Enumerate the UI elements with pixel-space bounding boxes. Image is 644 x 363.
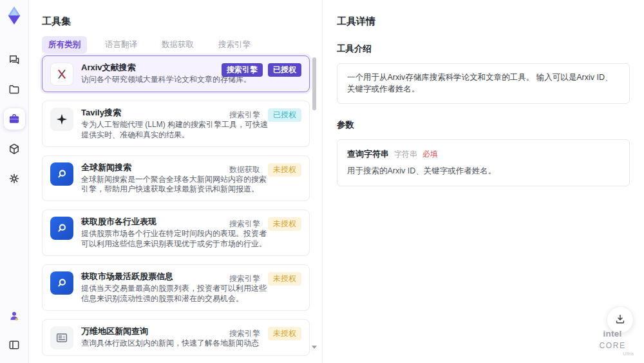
user-avatar-icon	[8, 309, 21, 322]
stock-search-icon	[50, 271, 73, 295]
news-search-icon	[50, 162, 73, 186]
nav-rail	[0, 0, 29, 363]
tab-language-translation[interactable]: 语言翻译	[99, 36, 144, 54]
tab-data-acquisition[interactable]: 数据获取	[155, 36, 200, 54]
tool-badges: 数据获取 未授权	[229, 163, 301, 177]
tool-card-active-stocks[interactable]: 获取市场最活跃股票信息 提供当天交易量最高的股票列表，投资者可以利用这些信息来识…	[42, 264, 310, 311]
auth-status-badge: 未授权	[268, 327, 301, 340]
gear-icon	[8, 172, 21, 185]
app-logo[interactable]	[4, 5, 24, 26]
rail-nav	[4, 49, 25, 189]
tool-description: 专为人工智能代理 (LLM) 构建的搜索引擎工具，可快速提供实时、准确和真实的结…	[81, 120, 269, 141]
tool-card-global-news[interactable]: 全球新闻搜索 全球新闻搜索是一个聚合全球各大新闻网站内容的搜索引擎，帮助用户快速…	[42, 155, 310, 202]
panel-toggle-icon	[8, 338, 21, 351]
tool-card-list: Arxiv文献搜索 访问各个研究领域大量科学论文和文章的存储库。 搜索引擎 已授…	[42, 55, 310, 356]
scrollbar-thumb[interactable]	[312, 57, 316, 110]
tab-search-engine[interactable]: 搜索引擎	[212, 36, 257, 54]
detail-title: 工具详情	[337, 15, 644, 28]
category-label: 搜索引擎	[229, 328, 260, 339]
tool-badges: 搜索引擎 已授权	[229, 108, 301, 122]
auth-status-badge: 未授权	[268, 272, 301, 286]
toolset-pane: 工具集 所有类别 语言翻译 数据获取 搜索引擎 Arxiv文献搜索 访问各个研究…	[29, 0, 322, 363]
tool-description: 提供当天交易量最高的股票列表，投资者可以利用这些信息来识别流动性强的股票和潜在的…	[81, 284, 269, 304]
chat-nav-button[interactable]	[4, 49, 25, 70]
auth-status-badge: 未授权	[268, 163, 301, 177]
auth-status-badge: 未授权	[268, 217, 301, 231]
parameter-type: 字符串	[394, 149, 417, 160]
newspaper-icon	[50, 326, 73, 349]
tool-badges: 搜索引擎 未授权	[229, 327, 301, 340]
cube-icon	[8, 142, 21, 155]
rail-bottom	[0, 305, 28, 355]
category-label: 数据获取	[229, 164, 260, 175]
tool-intro-text: 一个用于从Arxiv存储库搜索科学论文和文章的工具。 输入可以是Arxiv ID…	[347, 73, 613, 93]
parameter-box: 查询字符串 字符串 必填 用于搜索的Arxiv ID、关键字或作者姓名。	[337, 139, 630, 186]
list-scrollbar[interactable]	[312, 57, 316, 358]
tab-all-categories[interactable]: 所有类别	[42, 36, 87, 54]
category-label: 搜索引擎	[229, 273, 260, 284]
tool-card-sector-performance[interactable]: 获取股市各行业表现 提供股票市场各个行业在特定时间段内的表现。投资者可以利用这些…	[42, 210, 310, 256]
tavily-star-icon	[50, 108, 73, 131]
category-label: 搜索引擎	[229, 219, 260, 230]
stock-search-icon	[50, 217, 73, 240]
briefcase-icon	[8, 113, 21, 126]
arxiv-logo-icon	[50, 63, 73, 86]
download-icon	[614, 313, 627, 328]
toolset-title: 工具集	[42, 15, 71, 28]
brand-ultra-text: Ultra	[589, 351, 636, 357]
tool-description: 提供股票市场各个行业在特定时间段内的表现。投资者可以利用这些信息来识别表现优于或…	[81, 229, 269, 250]
params-section-heading: 参数	[337, 119, 644, 131]
auth-status-badge: 已授权	[268, 108, 301, 122]
parameter-required-flag: 必填	[422, 149, 438, 160]
models-nav-button[interactable]	[4, 138, 25, 159]
folder-icon	[8, 83, 21, 96]
tool-card-regional-news[interactable]: 万维地区新闻查询 查询具体行政区划内的新闻，快速了解各地新闻动态 搜索引擎 未授…	[42, 319, 310, 356]
tool-card-tavily[interactable]: Tavily搜索 专为人工智能代理 (LLM) 构建的搜索引擎工具，可快速提供实…	[42, 101, 310, 147]
brand-core-text: CORE	[599, 341, 625, 350]
parameter-header: 查询字符串 字符串 必填	[347, 148, 620, 160]
chat-icon	[8, 54, 21, 66]
settings-nav-button[interactable]	[4, 168, 25, 189]
parameter-description: 用于搜索的Arxiv ID、关键字或作者姓名。	[347, 166, 620, 177]
collapse-panel-button[interactable]	[4, 334, 25, 355]
category-tabs: 所有类别 语言翻译 数据获取 搜索引擎	[42, 36, 257, 54]
folder-nav-button[interactable]	[4, 79, 25, 100]
toolset-nav-button[interactable]	[4, 108, 25, 130]
category-badge: 搜索引擎	[222, 63, 263, 77]
tool-detail-pane: 工具详情 工具介绍 一个用于从Arxiv存储库搜索科学论文和文章的工具。 输入可…	[322, 0, 644, 363]
account-button[interactable]	[4, 305, 25, 326]
parameter-name: 查询字符串	[347, 148, 389, 160]
tool-badges: 搜索引擎 已授权	[222, 63, 301, 77]
tool-description: 全球新闻搜索是一个聚合全球各大新闻网站内容的搜索引擎，帮助用户快速获取全球最新资…	[81, 175, 269, 195]
tool-card-arxiv[interactable]: Arxiv文献搜索 访问各个研究领域大量科学论文和文章的存储库。 搜索引擎 已授…	[42, 55, 310, 92]
tool-intro-box: 一个用于从Arxiv存储库搜索科学论文和文章的工具。 输入可以是Arxiv ID…	[337, 63, 630, 104]
scrollbar-down-arrow[interactable]	[312, 346, 317, 349]
intro-section-heading: 工具介绍	[337, 43, 644, 55]
auth-status-badge: 已授权	[268, 63, 301, 77]
tool-badges: 搜索引擎 未授权	[229, 217, 301, 231]
category-label: 搜索引擎	[229, 110, 260, 121]
intel-core-logo: intel CORE Ultra	[589, 328, 636, 357]
brand-intel-text: intel	[603, 329, 622, 338]
tool-badges: 搜索引擎 未授权	[229, 272, 301, 286]
